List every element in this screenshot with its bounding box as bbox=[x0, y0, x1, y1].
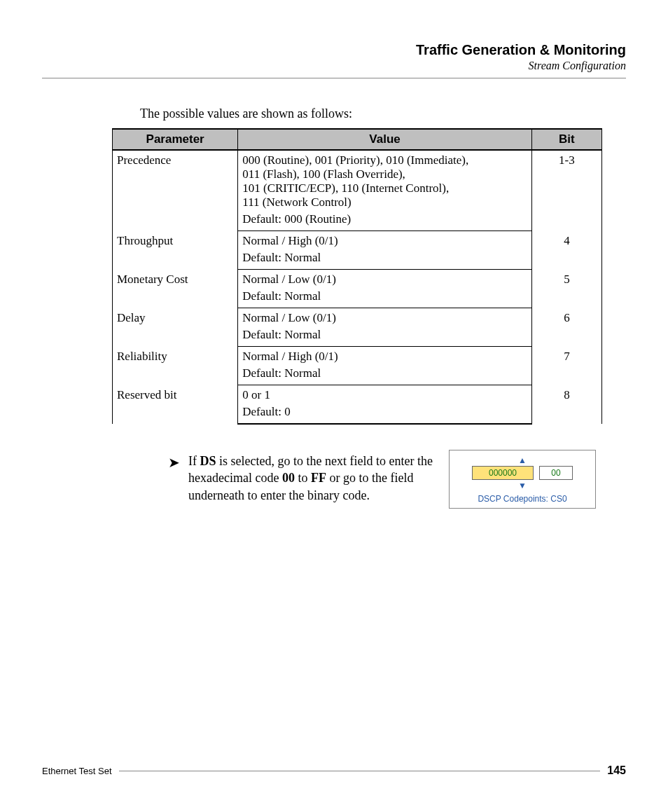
text-bold: 00 bbox=[282, 471, 295, 485]
footer-divider bbox=[119, 771, 601, 771]
col-header-bit: Bit bbox=[531, 129, 601, 150]
cell-default: Default: Normal bbox=[238, 326, 532, 347]
cell-default: Default: Normal bbox=[238, 249, 532, 270]
cell-parameter: Delay bbox=[113, 308, 238, 347]
cell-value: Normal / Low (0/1) bbox=[238, 270, 532, 289]
binary-code-field[interactable]: 000000 bbox=[472, 466, 534, 480]
page-header-subtitle: Stream Configuration bbox=[42, 60, 626, 72]
col-header-parameter: Parameter bbox=[113, 129, 238, 150]
value-line: 101 (CRITIC/ECP), 110 (Internet Control)… bbox=[242, 181, 527, 195]
cell-parameter: Throughput bbox=[113, 231, 238, 270]
spinner-up-icon[interactable]: ▲ bbox=[455, 456, 590, 465]
cell-bit: 4 bbox=[531, 231, 601, 270]
cell-value: 000 (Routine), 001 (Priority), 010 (Imme… bbox=[238, 150, 532, 211]
footer-left-text: Ethernet Test Set bbox=[42, 766, 112, 776]
text-segment: to bbox=[295, 471, 311, 485]
table-row: Throughput Normal / High (0/1) 4 bbox=[113, 231, 602, 250]
cell-value: Normal / Low (0/1) bbox=[238, 308, 532, 327]
cell-value: Normal / High (0/1) bbox=[238, 231, 532, 250]
cell-default: Default: 000 (Routine) bbox=[238, 211, 532, 231]
cell-parameter: Monetary Cost bbox=[113, 270, 238, 308]
table-row: Reliability Normal / High (0/1) 7 bbox=[113, 347, 602, 366]
text-bold: FF bbox=[311, 471, 326, 485]
page-header-title: Traffic Generation & Monitoring bbox=[42, 42, 626, 58]
page-number: 145 bbox=[607, 764, 626, 777]
cell-bit: 1-3 bbox=[531, 150, 601, 231]
cell-default: Default: Normal bbox=[238, 288, 532, 308]
cell-default: Default: 0 bbox=[238, 404, 532, 424]
cell-parameter: Reliability bbox=[113, 347, 238, 385]
cell-bit: 5 bbox=[531, 270, 601, 308]
value-line: 111 (Network Control) bbox=[242, 195, 527, 209]
table-row: Reserved bit 0 or 1 8 bbox=[113, 385, 602, 404]
dscp-widget: ▲ 000000 00 ▼ DSCP Codepoints: CS0 bbox=[449, 450, 596, 509]
cell-value: 0 or 1 bbox=[238, 385, 532, 404]
bullet-arrow-icon: ➤ bbox=[168, 454, 180, 471]
table-row: Precedence 000 (Routine), 001 (Priority)… bbox=[113, 150, 602, 211]
table-row: Monetary Cost Normal / Low (0/1) 5 bbox=[113, 270, 602, 289]
value-line: 011 (Flash), 100 (Flash Override), bbox=[242, 167, 527, 181]
cell-bit: 8 bbox=[531, 385, 601, 425]
intro-text: The possible values are shown as follows… bbox=[140, 106, 626, 121]
parameter-table: Parameter Value Bit Precedence 000 (Rout… bbox=[112, 128, 602, 425]
cell-value: Normal / High (0/1) bbox=[238, 347, 532, 366]
bullet-paragraph: If DS is selected, go to the next field … bbox=[188, 453, 440, 504]
cell-default: Default: Normal bbox=[238, 365, 532, 385]
dscp-caption: DSCP Codepoints: CS0 bbox=[455, 494, 590, 504]
text-segment: If bbox=[188, 454, 200, 468]
cell-parameter: Precedence bbox=[113, 150, 238, 231]
header-divider bbox=[42, 78, 626, 78]
cell-bit: 7 bbox=[531, 347, 601, 385]
value-line: 000 (Routine), 001 (Priority), 010 (Imme… bbox=[242, 153, 527, 167]
text-bold: DS bbox=[200, 454, 216, 468]
spinner-down-icon[interactable]: ▼ bbox=[455, 481, 590, 490]
table-row: Delay Normal / Low (0/1) 6 bbox=[113, 308, 602, 327]
cell-parameter: Reserved bit bbox=[113, 385, 238, 425]
cell-bit: 6 bbox=[531, 308, 601, 347]
hex-code-field[interactable]: 00 bbox=[539, 466, 573, 480]
col-header-value: Value bbox=[238, 129, 532, 150]
